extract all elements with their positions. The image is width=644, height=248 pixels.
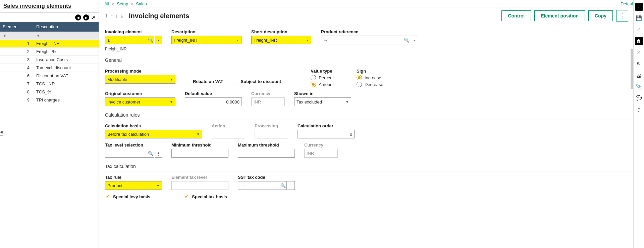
value-type-amount[interactable]: Amount xyxy=(311,82,334,87)
label-invoicing-element: Invoicing element xyxy=(105,29,162,34)
original-customer-select[interactable]: Invoice customer▼ xyxy=(105,97,175,106)
panel-nav: ◀ ▶ ⤢ xyxy=(0,12,99,22)
invoicing-element-input[interactable] xyxy=(105,36,147,44)
special-levy-basis-checkbox[interactable]: Special levy basis xyxy=(105,194,150,199)
export-icon[interactable]: ⤴ xyxy=(635,106,643,114)
add-icon[interactable]: ＋ xyxy=(635,3,643,11)
sst-tax-code-input[interactable]: → xyxy=(238,181,280,190)
sign-increase[interactable]: Increase xyxy=(357,75,383,80)
rebate-on-vat-checkbox[interactable]: Rebate on VAT xyxy=(185,76,223,87)
filter-icon[interactable]: ▼ xyxy=(36,33,40,38)
first-record-icon[interactable]: ⤒ xyxy=(104,13,109,19)
field-menu-icon[interactable]: ⋮ xyxy=(155,149,162,158)
col-element[interactable]: Element xyxy=(0,22,34,32)
label-description: Description xyxy=(171,29,242,34)
lookup-icon[interactable]: 🔍 xyxy=(147,149,154,158)
label-calculation-basis: Calculation basis xyxy=(105,123,202,128)
shown-in-select[interactable]: Tax excluded▼ xyxy=(294,97,351,106)
field-menu-icon[interactable]: ⋮ xyxy=(155,36,162,44)
checkbox-icon xyxy=(184,194,189,199)
currency2-input xyxy=(304,149,338,158)
table-row[interactable]: 6Discount on VAT xyxy=(0,72,99,80)
processing-input xyxy=(255,130,288,138)
section-tax-calc: Tax calculation xyxy=(105,162,638,171)
crumb-setup[interactable]: Setup xyxy=(117,1,128,6)
refresh-icon[interactable]: ↻ xyxy=(635,60,643,68)
field-menu-icon[interactable]: ⋮ xyxy=(287,181,295,190)
checkbox-icon xyxy=(233,79,238,84)
record-nav: ⤒ ↑ ↓ ⤓ xyxy=(104,13,124,19)
min-threshold-input[interactable] xyxy=(171,149,228,158)
lookup-icon[interactable]: 🔍 xyxy=(279,181,287,190)
more-actions-icon[interactable]: ⋮ xyxy=(616,10,628,22)
table-row[interactable]: 8TCS_% xyxy=(0,88,99,96)
description-input[interactable] xyxy=(171,36,234,44)
crumb-all[interactable]: All xyxy=(104,1,109,6)
last-record-icon[interactable]: ⤓ xyxy=(120,13,124,19)
page-header: ⤒ ↑ ↓ ⤓ Invoicing elements Control Eleme… xyxy=(99,7,644,25)
lookup-icon[interactable]: 🔍 xyxy=(147,36,154,44)
special-tax-basis-checkbox[interactable]: Special tax basis xyxy=(184,194,227,199)
next-record-icon[interactable]: ▶ xyxy=(83,14,89,20)
field-menu-icon[interactable]: ⋮ xyxy=(234,36,241,44)
table-row[interactable]: 4Tax-excl. discount xyxy=(0,64,99,72)
save-icon[interactable]: 💾 xyxy=(635,14,643,22)
label-tax-level-selection: Tax level selection xyxy=(105,142,162,148)
close-icon[interactable]: ✕ xyxy=(635,48,643,56)
element-tax-level-input xyxy=(171,181,228,190)
left-panel: Sales invoicing elements ◀ ▶ ⤢ Element D… xyxy=(0,0,99,248)
label-processing: Processing xyxy=(255,123,288,128)
comment-icon[interactable]: 💬 xyxy=(635,94,643,102)
label-max-threshold: Maximum threshold xyxy=(238,142,295,148)
table-row[interactable]: 7TCS_INR xyxy=(0,80,99,88)
delete-icon[interactable]: 🗑 xyxy=(635,37,643,45)
print-icon[interactable]: 🖨 xyxy=(635,71,643,79)
element-hint: Freight_INR xyxy=(105,47,162,51)
section-general: General xyxy=(105,55,638,65)
value-type-percent[interactable]: Percent xyxy=(311,75,334,80)
tax-level-selection-input[interactable] xyxy=(105,149,147,158)
prev-record-icon[interactable]: ◀ xyxy=(75,14,81,20)
subject-to-discount-checkbox[interactable]: Subject to discount xyxy=(233,76,281,87)
label-original-customer: Original customer xyxy=(105,91,175,96)
expand-icon[interactable]: ⤢ xyxy=(91,15,95,20)
label-product-reference: Product reference xyxy=(321,29,418,34)
product-reference-input[interactable]: → xyxy=(321,36,403,44)
lookup-icon[interactable]: 🔍 xyxy=(403,36,410,44)
label-currency2: Currency xyxy=(304,142,338,148)
label-value-type: Value type xyxy=(311,69,334,74)
table-row[interactable]: 2Freight_% xyxy=(0,48,99,56)
label-default-value: Default value xyxy=(185,91,242,96)
attachment-icon[interactable]: 📎 xyxy=(635,83,643,91)
label-element-tax-level: Element tax level xyxy=(171,175,228,180)
crumb-sales[interactable]: Sales xyxy=(136,1,147,6)
check-icon[interactable]: ✓ xyxy=(635,26,643,34)
checkbox-icon xyxy=(105,194,110,199)
element-position-button[interactable]: Element position xyxy=(534,10,585,21)
scrollbar-thumb[interactable] xyxy=(631,49,633,89)
col-description[interactable]: Description xyxy=(34,22,99,32)
next-record-icon[interactable]: ↓ xyxy=(115,13,118,19)
processing-mode-select[interactable]: Modifiable▼ xyxy=(105,75,175,84)
table-row[interactable]: 1Freight_INR xyxy=(0,40,99,48)
prev-record-icon[interactable]: ↑ xyxy=(111,13,113,19)
calculation-basis-select[interactable]: Before tax calculation▼ xyxy=(105,130,202,138)
sign-decrease[interactable]: Decrease xyxy=(357,82,383,87)
filter-icon[interactable]: ▼ xyxy=(3,33,7,38)
label-currency: Currency xyxy=(251,91,285,96)
breadcrumb: All > Setup > Sales xyxy=(104,1,147,6)
tax-rule-select[interactable]: Product▼ xyxy=(105,181,162,190)
label-sign: Sign xyxy=(357,69,383,74)
main-panel: ◀ All > Setup > Sales Default▼ ⤒ ↑ ↓ ⤓ xyxy=(99,0,644,248)
field-menu-icon[interactable]: ⋮ xyxy=(411,36,418,44)
calculation-order-input[interactable] xyxy=(298,130,355,138)
table-row[interactable]: 9TPI charges xyxy=(0,96,99,104)
control-button[interactable]: Control xyxy=(501,10,531,21)
copy-button[interactable]: Copy xyxy=(588,10,613,21)
table-row[interactable]: 3Insurance Costs xyxy=(0,56,99,64)
label-processing-mode: Processing mode xyxy=(105,69,175,74)
short-description-input[interactable] xyxy=(251,36,304,44)
default-value-input[interactable] xyxy=(185,97,242,106)
max-threshold-input[interactable] xyxy=(238,149,295,158)
field-menu-icon[interactable]: ⋮ xyxy=(304,36,311,44)
